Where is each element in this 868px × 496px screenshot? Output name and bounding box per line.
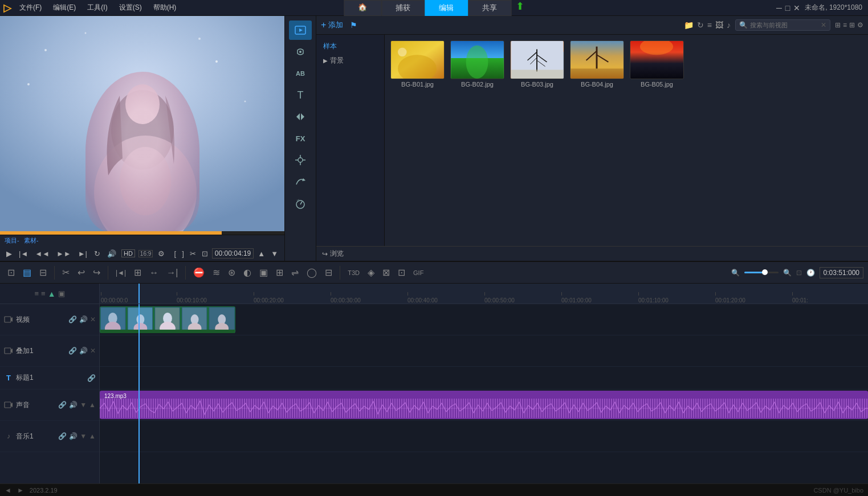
time-up-button[interactable]: ▲ xyxy=(256,249,267,259)
video-lock-icon[interactable]: ✕ xyxy=(90,315,96,323)
search-close-icon[interactable]: ✕ xyxy=(821,21,826,29)
video-clip-group[interactable] xyxy=(100,306,235,333)
search-input[interactable] xyxy=(750,22,818,28)
overlay-button[interactable]: ⊠ xyxy=(380,265,393,280)
video-volume-icon[interactable]: 🔊 xyxy=(79,315,88,323)
prev-arrow[interactable]: ◄ xyxy=(5,486,11,494)
loop-button[interactable]: ◯ xyxy=(304,265,320,280)
tab-capture[interactable]: 捕获 xyxy=(381,0,425,16)
browse-button[interactable]: ↪ 浏览 xyxy=(316,246,868,261)
category-sample[interactable]: 样本 xyxy=(319,39,382,54)
effect-title-button[interactable]: T xyxy=(289,85,312,105)
effect-transition-button[interactable] xyxy=(289,107,312,126)
media-item-bg03[interactable]: BG-B03.jpg xyxy=(510,40,564,88)
track-add-icon[interactable]: ▲ xyxy=(48,289,56,298)
hd-label[interactable]: HD xyxy=(121,249,135,257)
upload-button[interactable]: ⬆ xyxy=(516,0,524,16)
mark-in-button[interactable]: [ xyxy=(173,249,178,259)
track-list2-icon[interactable]: ≡ xyxy=(41,289,46,298)
audio-clip[interactable]: 123.mp3 xyxy=(100,391,868,419)
add-media-button[interactable]: + 添加 xyxy=(321,20,343,30)
zoom-in-icon[interactable]: 🔍 xyxy=(783,269,792,277)
track-list-icon[interactable]: ≡ xyxy=(34,289,39,298)
effect-speed-button[interactable] xyxy=(289,194,312,213)
audio-lane[interactable]: 123.mp3 xyxy=(100,390,868,421)
menu-tools[interactable]: 工具(I) xyxy=(85,2,109,14)
split2-button[interactable]: ▣ xyxy=(256,265,271,280)
export-button[interactable]: ⊡ xyxy=(200,249,210,259)
next-arrow[interactable]: ► xyxy=(17,486,24,494)
clip-mode-button[interactable]: ⊡ xyxy=(5,265,18,280)
audio-up-icon[interactable]: ▲ xyxy=(89,401,96,409)
undo-button[interactable]: ↩ xyxy=(75,265,88,280)
menu-edit[interactable]: 编辑(E) xyxy=(51,2,78,14)
maximize-button[interactable]: □ xyxy=(785,3,790,13)
ratio-label[interactable]: 16:9 xyxy=(138,250,153,257)
preview-canvas[interactable] xyxy=(0,16,284,231)
cut-button[interactable]: ✂ xyxy=(59,265,72,280)
music-lane[interactable] xyxy=(100,421,868,452)
tab-edit[interactable]: 编辑 xyxy=(425,0,468,16)
effect-curve-button[interactable] xyxy=(289,172,312,191)
swap-button[interactable]: ⇌ xyxy=(288,265,301,280)
mark-out-button[interactable]: ] xyxy=(180,249,186,259)
next-button[interactable]: ►► xyxy=(55,249,73,259)
video-link-icon[interactable]: 🔗 xyxy=(68,315,77,323)
zoom-clip-button[interactable]: ⊡ xyxy=(395,265,408,280)
overlay-lock-icon[interactable]: ✕ xyxy=(90,347,96,355)
play-button[interactable]: ▶ xyxy=(5,249,14,259)
effect-media-button[interactable] xyxy=(289,21,312,40)
audio-file-icon[interactable]: ♪ xyxy=(727,21,731,30)
zoom-out-icon[interactable]: 🔍 xyxy=(731,269,740,277)
tab-home[interactable]: 🏠 xyxy=(344,0,381,16)
track-collapse-icon[interactable]: ▣ xyxy=(58,289,65,298)
delete-button[interactable]: ⛔ xyxy=(190,265,207,280)
close-button[interactable]: ✕ xyxy=(793,3,800,13)
title-lane[interactable] xyxy=(100,367,868,390)
insert-button[interactable]: ⊞ xyxy=(131,265,144,280)
menu-file[interactable]: 文件(F) xyxy=(17,2,44,14)
folder-icon[interactable]: 📁 xyxy=(684,21,694,30)
color-button[interactable]: ◐ xyxy=(241,265,254,280)
loop-button[interactable]: ↻ xyxy=(92,249,102,259)
music-link-icon[interactable]: 🔗 xyxy=(58,432,67,440)
menu-help[interactable]: 帮助(H) xyxy=(151,2,179,14)
overlay-link-icon[interactable]: 🔗 xyxy=(68,347,77,355)
video-lane[interactable] xyxy=(100,304,868,335)
crop-button[interactable]: ⊟ xyxy=(322,265,335,280)
effect-text-button[interactable]: AB xyxy=(289,64,312,83)
media-item-bg01[interactable]: BG-B01.jpg xyxy=(390,40,445,88)
split-button[interactable]: |◄| xyxy=(113,267,129,279)
stabilize-button[interactable]: ⊛ xyxy=(225,265,238,280)
prev-frame-button[interactable]: |◄ xyxy=(17,249,30,259)
effect-motion-button[interactable] xyxy=(289,150,312,170)
overlay-volume-icon[interactable]: 🔊 xyxy=(79,347,88,355)
timeline-ruler[interactable]: 00:00:00:0 00:00:10:00 00:00:20:00 00:00… xyxy=(100,284,868,304)
zoom-handle[interactable] xyxy=(762,269,768,275)
audio-link-icon[interactable]: 🔗 xyxy=(58,401,67,409)
music-volume-icon[interactable]: 🔊 xyxy=(69,432,78,440)
redo-button[interactable]: ↪ xyxy=(90,265,103,280)
music-up-icon[interactable]: ▲ xyxy=(89,432,96,440)
mask-button[interactable]: ◈ xyxy=(365,265,377,280)
trim-button[interactable]: ↔ xyxy=(146,265,161,280)
overlay-lane[interactable] xyxy=(100,335,868,367)
gif-button[interactable]: GIF xyxy=(410,267,426,278)
title3d-button[interactable]: T3D xyxy=(345,267,362,278)
title-link-icon[interactable]: 🔗 xyxy=(87,374,96,382)
copy-button[interactable]: ⊟ xyxy=(36,265,50,280)
effect-fx-button[interactable]: FX xyxy=(289,129,312,148)
list-icon[interactable]: ≡ xyxy=(707,21,712,30)
audio-volume-icon[interactable]: 🔊 xyxy=(69,401,78,409)
large-grid-icon[interactable]: ⊞ xyxy=(849,21,855,29)
preview-timeline-bar[interactable] xyxy=(0,231,284,235)
image-icon[interactable]: 🖼 xyxy=(715,21,723,30)
refresh-icon[interactable]: ↻ xyxy=(697,21,704,30)
list-view-icon[interactable]: ≡ xyxy=(843,21,847,29)
tab-share[interactable]: 共享 xyxy=(468,0,511,16)
grid-view-icon[interactable]: ⊞ xyxy=(835,21,841,29)
audio-expand-icon[interactable]: ▼ xyxy=(80,401,87,409)
media-item-bg04[interactable]: BG-B04.jpg xyxy=(570,40,624,88)
minimize-button[interactable]: ─ xyxy=(776,3,782,13)
media-item-bg05[interactable]: BG-B05.jpg xyxy=(630,40,684,88)
